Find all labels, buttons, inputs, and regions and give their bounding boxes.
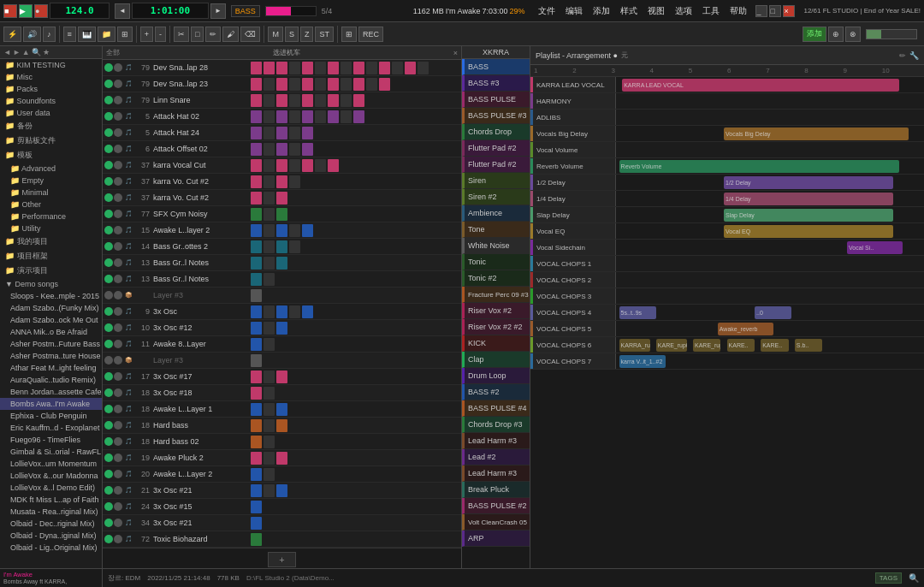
stop-button[interactable]: ■: [3, 4, 17, 18]
ch-active-24[interactable]: [104, 454, 113, 462]
ch-patterns-20[interactable]: [248, 386, 461, 400]
tb-btn-1[interactable]: ⚡: [3, 27, 21, 42]
ch-active-22[interactable]: [104, 421, 113, 430]
tb-piano[interactable]: 🎹: [78, 27, 96, 42]
inst-17[interactable]: KICK: [462, 335, 530, 352]
track-label-vocals-big-delay[interactable]: Vocals Big Delay: [530, 126, 616, 141]
ch-name-28[interactable]: 3x Osc #21: [153, 519, 230, 527]
inst-2[interactable]: BASS PULSE: [462, 92, 530, 108]
inst-6[interactable]: Flutter Pad #2: [462, 157, 530, 173]
ch-name-6[interactable]: karra Vocal Cut: [153, 161, 230, 169]
track-clips-chops6[interactable]: KARRA_rup0 KARE_rup0 KARE_rup0 KARE.. KA…: [616, 337, 924, 353]
ch-name-24[interactable]: Awake Pluck 2: [153, 454, 230, 462]
inst-29[interactable]: ARP: [462, 531, 530, 547]
track-label-harmony[interactable]: HARMONY: [530, 93, 616, 109]
ch-mute-12[interactable]: [114, 258, 122, 267]
tb-extra1[interactable]: ⊕: [828, 27, 844, 42]
ch-patterns-25[interactable]: [248, 467, 461, 482]
menu-edit[interactable]: 编辑: [562, 3, 586, 19]
sidebar-item-user-data[interactable]: 📁 User data: [0, 107, 102, 119]
sidebar-item-kim-testing[interactable]: 📁 KIM TESTING: [0, 59, 102, 71]
ch-active-25[interactable]: [104, 470, 113, 478]
menu-add[interactable]: 添加: [589, 3, 613, 19]
browser-up[interactable]: ▲: [22, 48, 30, 56]
ch-patterns-3[interactable]: [248, 110, 461, 124]
clip-vocal-eq[interactable]: Vocal EQ: [724, 225, 893, 238]
sidebar-item-soundfonts[interactable]: 📁 Soundfonts: [0, 95, 102, 107]
inst-13[interactable]: Tonic #2: [462, 270, 530, 287]
ch-patterns-23[interactable]: [248, 435, 461, 449]
ch-patterns-11[interactable]: [248, 240, 461, 254]
ch-mute-19[interactable]: [114, 372, 122, 381]
menu-options[interactable]: 选项: [672, 3, 696, 19]
ch-name-26[interactable]: 3x Osc #21: [153, 486, 230, 495]
tb-zoom-in[interactable]: +: [140, 27, 153, 42]
clip-chops5[interactable]: Awake_reverb: [718, 323, 773, 335]
menu-style[interactable]: 样式: [617, 3, 641, 19]
inst-9[interactable]: Ambience: [462, 205, 530, 222]
ch-mute-13[interactable]: [114, 275, 122, 283]
search-bottom-icon[interactable]: 🔍: [909, 573, 919, 583]
ch-patterns-7[interactable]: [248, 175, 461, 189]
sidebar-item-aura[interactable]: AuraQualic..tudio Remix): [0, 374, 102, 386]
ch-mute-1[interactable]: [114, 80, 122, 88]
ch-name-19[interactable]: 3x Osc #17: [153, 372, 230, 381]
track-label-karra-lead[interactable]: KARRA LEAD VOCAL: [530, 77, 616, 92]
ch-mute-8[interactable]: [114, 193, 122, 202]
ch-patterns-12[interactable]: [248, 256, 461, 270]
ch-mute-7[interactable]: [114, 177, 122, 186]
ch-mute-27[interactable]: [114, 502, 122, 511]
tb-cut[interactable]: ✂: [174, 27, 189, 42]
ch-patterns-16[interactable]: [248, 321, 461, 335]
inst-25[interactable]: Lead Harm #3: [462, 465, 530, 482]
track-label-vocal-eq[interactable]: Vocal EQ: [530, 223, 616, 239]
inst-20[interactable]: BASS #2: [462, 384, 530, 400]
browser-forward[interactable]: ►: [13, 48, 21, 56]
playlist-magnet[interactable]: 🔧: [909, 51, 919, 60]
inst-18[interactable]: Clap: [462, 352, 530, 368]
track-label-chops6[interactable]: VOCAL CHOPS 6: [530, 337, 616, 353]
ch-name-27[interactable]: 3x Osc #15: [153, 502, 230, 511]
ch-active-13[interactable]: [104, 275, 113, 283]
ch-mute-22[interactable]: [114, 421, 122, 430]
ch-mute-16[interactable]: [114, 323, 122, 332]
clip-half-delay[interactable]: 1/2 Delay: [724, 176, 893, 189]
ch-mute-17[interactable]: [114, 340, 122, 348]
tb-erase[interactable]: ⌫: [240, 27, 260, 42]
track-label-vocal-volume[interactable]: Vocal Volume: [530, 142, 616, 157]
browser-search-icon[interactable]: 🔍: [32, 48, 41, 56]
track-label-chops7[interactable]: VOCAL CHOPS 7: [530, 353, 616, 369]
track-clips-chops1[interactable]: [616, 256, 924, 271]
ch-patterns-26[interactable]: [248, 483, 461, 498]
track-clips-adlibs[interactable]: [616, 110, 924, 125]
sidebar-item-templates[interactable]: 📁 模板: [0, 148, 102, 163]
ch-mute-21[interactable]: [114, 405, 122, 413]
tb-select[interactable]: □: [191, 27, 204, 42]
minimize-button[interactable]: _: [755, 5, 767, 17]
clip-chops6a[interactable]: KARRA_rup0: [619, 339, 650, 352]
track-label-chops4[interactable]: VOCAL CHOPS 4: [530, 305, 616, 320]
inst-8[interactable]: Siren #2: [462, 189, 530, 205]
ch-mute-24[interactable]: [114, 454, 122, 462]
sidebar-item-other[interactable]: 📁 Other: [0, 199, 102, 210]
sidebar-item-adam-rock[interactable]: Adam Szabo..ock Me Out: [0, 314, 102, 326]
tb-slip[interactable]: S: [285, 27, 299, 42]
track-label-adlibs[interactable]: ADLIBS: [530, 110, 616, 125]
ch-name-23[interactable]: Hard bass 02: [153, 437, 230, 446]
inst-24[interactable]: Lead #2: [462, 449, 530, 465]
inst-0[interactable]: BASS: [462, 59, 530, 75]
ch-mute-0[interactable]: [114, 63, 122, 72]
ch-active-28[interactable]: [104, 519, 113, 527]
inst-3[interactable]: BASS PULSE #3: [462, 108, 530, 124]
clip-chops6b[interactable]: KARE_rup0: [656, 339, 687, 352]
sidebar-item-lollie3[interactable]: LollieVox &..l Demo Edit): [0, 482, 102, 494]
ch-name-4[interactable]: Attack Hat 24: [153, 128, 230, 137]
ch-name-12[interactable]: Bass Gr..l Notes: [153, 258, 230, 267]
ch-name-3[interactable]: Attack Hat 02: [153, 112, 230, 121]
ch-name-22[interactable]: Hard bass: [153, 421, 230, 430]
ch-mute-20[interactable]: [114, 388, 122, 397]
sidebar-item-utility[interactable]: 📁 Utility: [0, 222, 102, 234]
sidebar-item-athar[interactable]: Athar Feat M..ight feeling: [0, 362, 102, 374]
ch-mute-11[interactable]: [114, 242, 122, 251]
tb-btn-2[interactable]: 🔊: [23, 27, 41, 42]
